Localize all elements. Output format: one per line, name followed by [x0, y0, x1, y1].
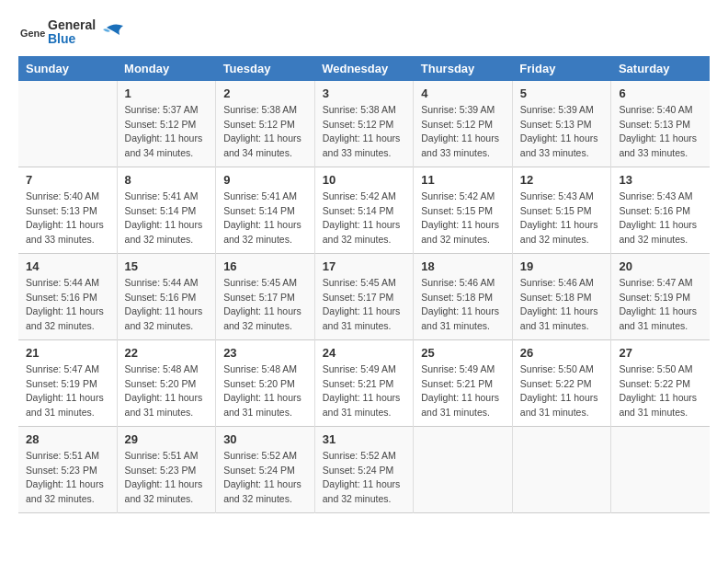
day-details: Sunrise: 5:49 AM Sunset: 5:21 PM Dayligh…: [421, 362, 505, 420]
logo-icon: General: [20, 22, 46, 42]
day-number: 22: [125, 346, 209, 360]
calendar-cell: 12Sunrise: 5:43 AM Sunset: 5:15 PM Dayli…: [512, 167, 611, 253]
calendar-cell: 15Sunrise: 5:44 AM Sunset: 5:16 PM Dayli…: [117, 253, 216, 339]
day-number: 20: [619, 259, 702, 273]
day-number: 6: [619, 86, 702, 100]
header-cell-thursday: Thursday: [414, 56, 513, 81]
day-details: Sunrise: 5:49 AM Sunset: 5:21 PM Dayligh…: [323, 362, 406, 420]
calendar-cell: 27Sunrise: 5:50 AM Sunset: 5:22 PM Dayli…: [611, 339, 710, 426]
day-number: 28: [26, 432, 109, 446]
calendar-cell: 7Sunrise: 5:40 AM Sunset: 5:13 PM Daylig…: [18, 167, 117, 253]
calendar-cell: 26Sunrise: 5:50 AM Sunset: 5:22 PM Dayli…: [512, 339, 611, 426]
calendar-cell: [414, 426, 513, 512]
calendar-cell: 30Sunrise: 5:52 AM Sunset: 5:24 PM Dayli…: [216, 426, 315, 512]
calendar-cell: [18, 81, 117, 167]
calendar-cell: 11Sunrise: 5:42 AM Sunset: 5:15 PM Dayli…: [414, 167, 513, 253]
day-number: 26: [520, 346, 604, 360]
logo-blue: Blue: [48, 32, 96, 46]
day-details: Sunrise: 5:46 AM Sunset: 5:18 PM Dayligh…: [421, 276, 505, 334]
day-details: Sunrise: 5:50 AM Sunset: 5:22 PM Dayligh…: [619, 362, 702, 420]
day-details: Sunrise: 5:52 AM Sunset: 5:24 PM Dayligh…: [223, 449, 307, 507]
day-number: 7: [26, 173, 109, 187]
calendar-cell: 22Sunrise: 5:48 AM Sunset: 5:20 PM Dayli…: [117, 339, 216, 426]
day-number: 16: [223, 259, 307, 273]
calendar-cell: 29Sunrise: 5:51 AM Sunset: 5:23 PM Dayli…: [117, 426, 216, 512]
week-row-5: 28Sunrise: 5:51 AM Sunset: 5:23 PM Dayli…: [18, 426, 710, 512]
day-details: Sunrise: 5:41 AM Sunset: 5:14 PM Dayligh…: [223, 190, 307, 247]
week-row-1: 1Sunrise: 5:37 AM Sunset: 5:12 PM Daylig…: [18, 81, 710, 167]
day-number: 11: [421, 173, 505, 187]
day-number: 17: [323, 259, 406, 273]
day-number: 31: [323, 432, 406, 446]
week-row-3: 14Sunrise: 5:44 AM Sunset: 5:16 PM Dayli…: [18, 253, 710, 339]
day-number: 10: [323, 173, 406, 187]
calendar-cell: 19Sunrise: 5:46 AM Sunset: 5:18 PM Dayli…: [512, 253, 611, 339]
calendar-cell: [512, 426, 611, 512]
calendar-cell: 6Sunrise: 5:40 AM Sunset: 5:13 PM Daylig…: [611, 81, 710, 167]
calendar-cell: 18Sunrise: 5:46 AM Sunset: 5:18 PM Dayli…: [414, 253, 513, 339]
day-number: 12: [520, 173, 604, 187]
day-number: 18: [421, 259, 505, 273]
calendar-cell: 23Sunrise: 5:48 AM Sunset: 5:20 PM Dayli…: [216, 339, 315, 426]
calendar-header-row: SundayMondayTuesdayWednesdayThursdayFrid…: [18, 56, 710, 81]
calendar-cell: 16Sunrise: 5:45 AM Sunset: 5:17 PM Dayli…: [216, 253, 315, 339]
day-details: Sunrise: 5:46 AM Sunset: 5:18 PM Dayligh…: [520, 276, 604, 334]
week-row-2: 7Sunrise: 5:40 AM Sunset: 5:13 PM Daylig…: [18, 167, 710, 253]
calendar-table: SundayMondayTuesdayWednesdayThursdayFrid…: [18, 56, 710, 513]
calendar-cell: 21Sunrise: 5:47 AM Sunset: 5:19 PM Dayli…: [18, 339, 117, 426]
calendar-cell: 4Sunrise: 5:39 AM Sunset: 5:12 PM Daylig…: [414, 81, 513, 167]
week-row-4: 21Sunrise: 5:47 AM Sunset: 5:19 PM Dayli…: [18, 339, 710, 426]
calendar-cell: 5Sunrise: 5:39 AM Sunset: 5:13 PM Daylig…: [512, 81, 611, 167]
svg-text:General: General: [20, 28, 46, 39]
day-details: Sunrise: 5:51 AM Sunset: 5:23 PM Dayligh…: [26, 449, 109, 507]
page-header: General General Blue: [18, 18, 710, 47]
logo-bird-icon: [97, 20, 125, 44]
calendar-cell: 9Sunrise: 5:41 AM Sunset: 5:14 PM Daylig…: [216, 167, 315, 253]
day-details: Sunrise: 5:44 AM Sunset: 5:16 PM Dayligh…: [26, 276, 109, 334]
day-number: 21: [26, 346, 109, 360]
calendar-cell: 13Sunrise: 5:43 AM Sunset: 5:16 PM Dayli…: [611, 167, 710, 253]
day-details: Sunrise: 5:38 AM Sunset: 5:12 PM Dayligh…: [323, 103, 406, 161]
day-number: 4: [421, 86, 505, 100]
calendar-cell: 28Sunrise: 5:51 AM Sunset: 5:23 PM Dayli…: [18, 426, 117, 512]
day-number: 2: [223, 86, 307, 100]
day-number: 8: [125, 173, 209, 187]
day-number: 19: [520, 259, 604, 273]
day-number: 9: [223, 173, 307, 187]
day-details: Sunrise: 5:50 AM Sunset: 5:22 PM Dayligh…: [520, 362, 604, 420]
day-details: Sunrise: 5:51 AM Sunset: 5:23 PM Dayligh…: [125, 449, 209, 507]
calendar-cell: 24Sunrise: 5:49 AM Sunset: 5:21 PM Dayli…: [314, 339, 414, 426]
header-cell-monday: Monday: [117, 56, 216, 81]
header-cell-tuesday: Tuesday: [216, 56, 315, 81]
day-details: Sunrise: 5:37 AM Sunset: 5:12 PM Dayligh…: [125, 103, 209, 161]
day-details: Sunrise: 5:47 AM Sunset: 5:19 PM Dayligh…: [26, 362, 109, 420]
day-number: 5: [520, 86, 604, 100]
day-details: Sunrise: 5:48 AM Sunset: 5:20 PM Dayligh…: [223, 362, 307, 420]
day-details: Sunrise: 5:39 AM Sunset: 5:13 PM Dayligh…: [520, 103, 604, 161]
calendar-cell: [611, 426, 710, 512]
day-details: Sunrise: 5:44 AM Sunset: 5:16 PM Dayligh…: [125, 276, 209, 334]
header-cell-saturday: Saturday: [611, 56, 710, 81]
day-number: 3: [323, 86, 406, 100]
day-details: Sunrise: 5:45 AM Sunset: 5:17 PM Dayligh…: [223, 276, 307, 334]
day-details: Sunrise: 5:43 AM Sunset: 5:16 PM Dayligh…: [619, 190, 702, 247]
day-details: Sunrise: 5:42 AM Sunset: 5:14 PM Dayligh…: [323, 190, 406, 247]
day-details: Sunrise: 5:43 AM Sunset: 5:15 PM Dayligh…: [520, 190, 604, 247]
day-number: 27: [619, 346, 702, 360]
day-details: Sunrise: 5:38 AM Sunset: 5:12 PM Dayligh…: [223, 103, 307, 161]
day-number: 23: [223, 346, 307, 360]
day-details: Sunrise: 5:47 AM Sunset: 5:19 PM Dayligh…: [619, 276, 702, 334]
day-details: Sunrise: 5:41 AM Sunset: 5:14 PM Dayligh…: [125, 190, 209, 247]
calendar-cell: 10Sunrise: 5:42 AM Sunset: 5:14 PM Dayli…: [314, 167, 414, 253]
day-number: 1: [125, 86, 209, 100]
day-details: Sunrise: 5:48 AM Sunset: 5:20 PM Dayligh…: [125, 362, 209, 420]
day-details: Sunrise: 5:52 AM Sunset: 5:24 PM Dayligh…: [323, 449, 406, 507]
day-details: Sunrise: 5:40 AM Sunset: 5:13 PM Dayligh…: [26, 190, 109, 247]
calendar-cell: 17Sunrise: 5:45 AM Sunset: 5:17 PM Dayli…: [314, 253, 414, 339]
calendar-cell: 8Sunrise: 5:41 AM Sunset: 5:14 PM Daylig…: [117, 167, 216, 253]
day-number: 25: [421, 346, 505, 360]
day-details: Sunrise: 5:39 AM Sunset: 5:12 PM Dayligh…: [421, 103, 505, 161]
day-number: 14: [26, 259, 109, 273]
day-details: Sunrise: 5:42 AM Sunset: 5:15 PM Dayligh…: [421, 190, 505, 247]
header-cell-friday: Friday: [512, 56, 611, 81]
